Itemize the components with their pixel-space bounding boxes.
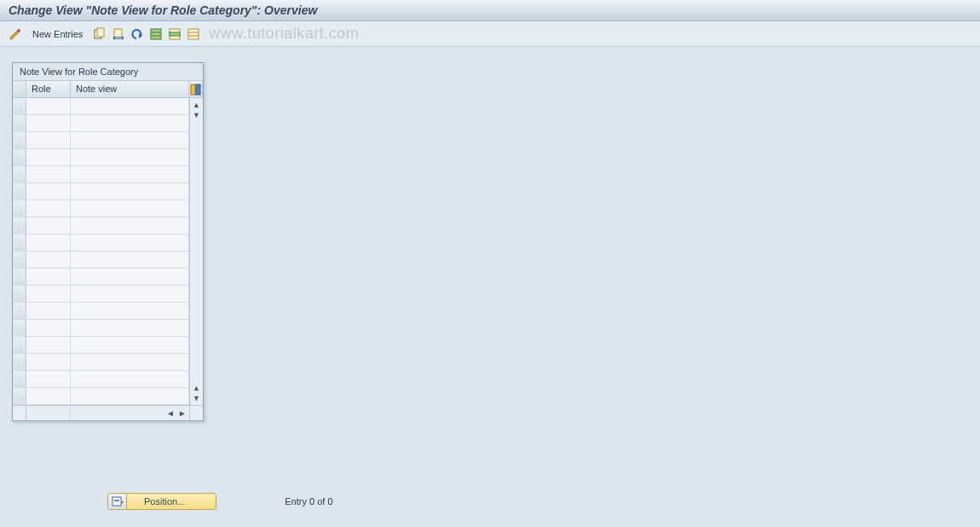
bottom-bar: Position... Entry 0 of 0 <box>107 493 333 510</box>
cell-noteview[interactable] <box>71 235 189 251</box>
table-settings-icon <box>190 84 202 96</box>
cell-role[interactable] <box>26 235 71 251</box>
cell-role[interactable] <box>26 371 71 387</box>
row-selector[interactable] <box>13 132 26 148</box>
table-row <box>13 269 189 286</box>
row-selector[interactable] <box>13 200 26 217</box>
table-row <box>13 183 189 200</box>
row-selector[interactable] <box>13 354 26 370</box>
column-header-selector[interactable] <box>13 81 26 97</box>
toggle-display-change-button[interactable] <box>7 26 24 43</box>
cell-role[interactable] <box>26 286 71 302</box>
toolbar: New Entries <box>0 21 980 47</box>
undo-button[interactable] <box>129 26 146 43</box>
position-button-label: Position... <box>127 496 216 507</box>
deselect-all-button[interactable] <box>185 26 202 43</box>
table-row <box>13 200 189 217</box>
cell-noteview[interactable] <box>71 166 189 182</box>
cell-noteview[interactable] <box>71 337 189 353</box>
table-row <box>13 235 189 252</box>
cell-noteview[interactable] <box>71 98 189 114</box>
svg-rect-10 <box>188 29 199 39</box>
delete-button[interactable] <box>110 26 127 43</box>
pencil-glasses-icon <box>9 27 22 41</box>
row-selector[interactable] <box>13 98 26 114</box>
row-selector[interactable] <box>13 115 26 131</box>
row-selector[interactable] <box>13 252 26 268</box>
row-selector[interactable] <box>13 235 26 251</box>
row-selector[interactable] <box>13 320 26 336</box>
cell-noteview[interactable] <box>71 132 189 148</box>
cell-role[interactable] <box>26 217 71 234</box>
select-all-button[interactable] <box>147 26 164 43</box>
scroll-up-button-2[interactable]: ▲ <box>192 383 202 393</box>
svg-rect-13 <box>191 84 195 95</box>
cell-noteview[interactable] <box>71 269 189 285</box>
table-row <box>13 217 189 235</box>
watermark-text: www.tutorialkart.com <box>209 25 359 43</box>
select-block-button[interactable] <box>166 26 183 43</box>
row-selector[interactable] <box>13 337 26 353</box>
copy-as-button[interactable] <box>91 26 108 43</box>
row-selector[interactable] <box>13 269 26 285</box>
table-row <box>13 115 189 132</box>
cell-role[interactable] <box>26 200 71 217</box>
cell-noteview[interactable] <box>71 303 189 319</box>
column-header-role[interactable]: Role <box>26 81 71 97</box>
cell-role[interactable] <box>26 269 71 285</box>
row-selector[interactable] <box>13 217 26 234</box>
cell-role[interactable] <box>26 388 71 404</box>
cell-noteview[interactable] <box>71 286 189 302</box>
cell-noteview[interactable] <box>71 252 189 268</box>
cell-noteview[interactable] <box>71 149 189 165</box>
cell-noteview[interactable] <box>71 371 189 387</box>
cell-role[interactable] <box>26 132 71 148</box>
table-container: Note View for Role Category Role Note vi… <box>12 62 204 421</box>
cell-noteview[interactable] <box>71 320 189 336</box>
entry-count-text: Entry 0 of 0 <box>285 496 332 507</box>
cell-role[interactable] <box>26 98 71 114</box>
cell-role[interactable] <box>26 303 71 319</box>
new-entries-button[interactable]: New Entries <box>26 26 89 42</box>
cell-noteview[interactable] <box>71 115 189 131</box>
cell-role[interactable] <box>26 337 71 353</box>
vertical-scrollbar[interactable]: ▲ ▼ ▲ ▼ <box>189 98 203 405</box>
horizontal-scrollbar[interactable]: ◄ ► <box>71 406 189 420</box>
cell-noteview[interactable] <box>71 388 189 404</box>
cell-noteview[interactable] <box>71 200 189 217</box>
svg-rect-4 <box>115 38 122 38</box>
cell-role[interactable] <box>26 183 71 200</box>
scroll-down-button-2[interactable]: ▼ <box>192 393 202 403</box>
cell-role[interactable] <box>26 149 71 165</box>
row-selector[interactable] <box>13 303 26 319</box>
position-button[interactable]: Position... <box>107 493 216 510</box>
cell-role[interactable] <box>26 354 71 370</box>
table-title: Note View for Role Category <box>13 63 203 81</box>
cell-noteview[interactable] <box>71 183 189 200</box>
row-selector[interactable] <box>13 286 26 302</box>
cell-role[interactable] <box>26 320 71 336</box>
cell-noteview[interactable] <box>71 217 189 234</box>
table-row <box>13 354 189 371</box>
row-selector[interactable] <box>13 183 26 200</box>
table-row <box>13 149 189 166</box>
table-row <box>13 166 189 183</box>
cell-role[interactable] <box>26 166 71 182</box>
row-selector[interactable] <box>13 166 26 182</box>
column-header-noteview[interactable]: Note view <box>71 81 189 97</box>
row-selector[interactable] <box>13 149 26 165</box>
table-settings-button[interactable] <box>189 81 203 97</box>
scroll-right-button[interactable]: ► <box>177 408 187 419</box>
cell-role[interactable] <box>26 115 71 131</box>
svg-rect-9 <box>170 32 180 36</box>
cell-role[interactable] <box>26 252 71 268</box>
scroll-down-button[interactable]: ▼ <box>192 110 202 120</box>
table-header: Role Note view <box>13 81 203 98</box>
table-row <box>13 320 189 337</box>
svg-rect-1 <box>97 28 104 37</box>
row-selector[interactable] <box>13 388 26 404</box>
scroll-up-button[interactable]: ▲ <box>192 100 202 110</box>
row-selector[interactable] <box>13 371 26 387</box>
scroll-left-button[interactable]: ◄ <box>165 408 176 419</box>
cell-noteview[interactable] <box>71 354 189 370</box>
